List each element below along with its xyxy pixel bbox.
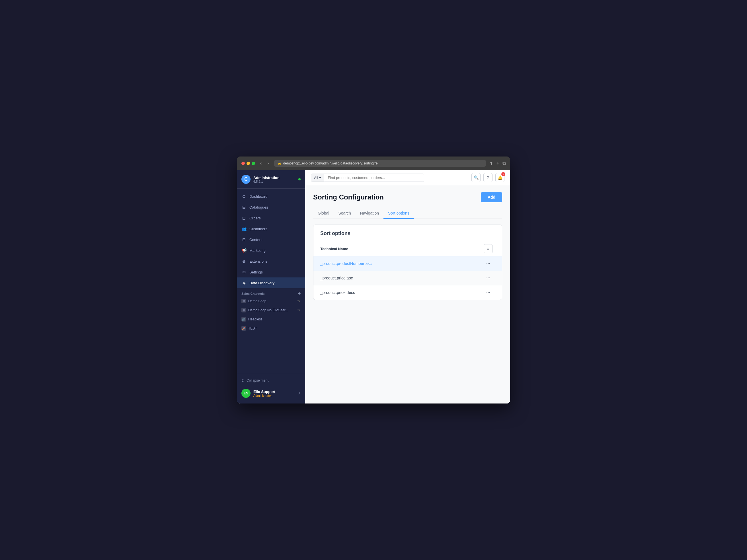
sort-option-name: _product.price:desc [320,290,481,295]
row-menu-button[interactable]: ··· [484,289,492,296]
sales-channel-label: Demo Shop [248,299,295,303]
sidebar-item-label: Settings [249,270,263,274]
sidebar-item-label: Dashboard [249,194,267,198]
marketing-icon: 📢 [241,248,247,253]
sidebar-item-settings[interactable]: ⚙ Settings [237,267,305,277]
card-header: Sort options [313,225,502,241]
back-button[interactable]: ‹ [258,160,263,166]
browser-window: ‹ › 🔒 demoshop1.elio-dev.com/admin#/elio… [237,157,510,403]
traffic-lights [241,162,255,165]
search-icon: 🔍 [474,175,479,180]
row-actions: ··· [481,274,495,282]
filter-dropdown[interactable]: All ▾ [311,174,324,182]
sort-option-link[interactable]: _product.productNumber:asc [320,261,481,266]
sidebar-brand: C Administration 6.5.2.1 [241,175,280,184]
card-title: Sort options [320,231,495,237]
sidebar-item-extensions[interactable]: ⊕ Extensions [237,256,305,267]
sidebar-item-demo-shop-no-elio[interactable]: ⊞ Demo Shop No ElioSear... 👁 [237,305,305,315]
brand-info: Administration 6.5.2.1 [253,176,280,183]
row-actions: ··· [481,289,495,296]
sort-table: Technical Name ≡ _product.productNumber:… [313,241,502,300]
forward-button[interactable]: › [266,160,271,166]
customers-icon: 👥 [241,226,247,231]
bell-icon: 🔔 [498,175,503,180]
sidebar-item-customers[interactable]: 👥 Customers [237,223,305,234]
user-name: Elio Support [253,390,275,394]
user-info: Elio Support Administrator [253,390,275,397]
sidebar-item-orders[interactable]: ◻ Orders [237,213,305,223]
tab-search[interactable]: Search [334,208,355,219]
maximize-button[interactable] [252,162,255,165]
new-tab-icon[interactable]: + [496,161,499,166]
online-status-indicator [298,178,301,180]
sidebar-nav: ⊙ Dashboard ⊞ Catalogues ◻ Orders 👥 Cust… [237,189,305,373]
help-button[interactable]: ? [483,173,492,182]
sales-channels-section-title: Sales Channels ⊕ [237,288,305,296]
sales-channel-label: Headless [248,317,301,321]
share-icon[interactable]: ⬆ [489,161,493,166]
headless-icon: 🛒 [241,317,246,322]
top-bar: All ▾ 🔍 ? 🔔 1 [305,170,510,185]
eye-icon[interactable]: 👁 [297,299,301,303]
sort-options-card: Sort options Technical Name ≡ [313,224,502,300]
column-actions-header: ≡ [481,244,495,253]
add-button[interactable]: Add [481,192,502,202]
content-icon: ⊟ [241,237,247,242]
search-button[interactable]: 🔍 [471,173,481,182]
list-view-button[interactable]: ≡ [484,244,493,253]
dashboard-icon: ⊙ [241,194,247,199]
brand-logo: C [241,175,251,184]
sidebar-item-marketing[interactable]: 📢 Marketing [237,245,305,256]
tech-name-column-header: Technical Name [320,247,481,251]
collapse-menu-label: Collapse menu [247,378,269,382]
chevron-down-icon: ▾ [319,176,321,180]
app-container: C Administration 6.5.2.1 ⊙ Dashboard ⊞ C… [237,170,510,403]
row-actions: ··· [481,260,495,267]
notification-badge: 1 [501,172,505,176]
sidebar-item-label: Catalogues [249,205,268,209]
sidebar-item-catalogues[interactable]: ⊞ Catalogues [237,202,305,213]
row-menu-button[interactable]: ··· [484,260,492,267]
tab-global[interactable]: Global [313,208,334,219]
sidebar: C Administration 6.5.2.1 ⊙ Dashboard ⊞ C… [237,170,305,403]
browser-chrome: ‹ › 🔒 demoshop1.elio-dev.com/admin#/elio… [237,157,510,170]
url-text: demoshop1.elio-dev.com/admin#/elio/data/… [283,161,381,165]
sort-option-name: _product.price:asc [320,276,481,280]
add-sales-channel-icon[interactable]: ⊕ [298,292,301,295]
table-row: _product.price:asc ··· [313,271,502,286]
user-profile[interactable]: ES Elio Support Administrator ∧ [237,385,305,401]
sidebar-item-data-discovery[interactable]: ◈ Data Discovery [237,277,305,288]
sidebar-item-label: Extensions [249,259,267,264]
user-avatar: ES [241,389,251,398]
tab-sort-options[interactable]: Sort options [384,208,414,219]
sales-channel-label: Demo Shop No ElioSear... [248,308,295,312]
sidebar-item-demo-shop[interactable]: ⊞ Demo Shop 👁 [237,296,305,305]
sidebar-item-dashboard[interactable]: ⊙ Dashboard [237,191,305,202]
eye-icon[interactable]: 👁 [297,308,301,312]
user-role: Administrator [253,394,275,397]
search-input[interactable] [324,174,424,182]
tabs-icon[interactable]: ⧉ [503,161,506,166]
row-menu-button[interactable]: ··· [484,274,492,282]
extensions-icon: ⊕ [241,259,247,264]
sidebar-item-test[interactable]: 🚀 TEST [237,324,305,333]
table-header-row: Technical Name ≡ [313,241,502,257]
sidebar-item-headless[interactable]: 🛒 Headless [237,315,305,324]
test-icon: 🚀 [241,326,246,331]
collapse-icon: ⊙ [241,378,244,382]
page-content: Sorting Configuration Add Global Search … [305,185,510,403]
data-discovery-icon: ◈ [241,280,247,286]
catalogues-icon: ⊞ [241,205,247,210]
notifications-button[interactable]: 🔔 1 [495,173,505,182]
collapse-menu-button[interactable]: ⊙ Collapse menu [237,376,305,385]
address-bar[interactable]: 🔒 demoshop1.elio-dev.com/admin#/elio/dat… [274,160,486,167]
browser-controls: ‹ › [258,160,271,166]
help-icon: ? [487,176,489,180]
minimize-button[interactable] [247,162,250,165]
table-row: _product.price:desc ··· [313,286,502,300]
sidebar-item-content[interactable]: ⊟ Content [237,234,305,245]
orders-icon: ◻ [241,215,247,220]
list-icon: ≡ [487,247,489,251]
tab-navigation[interactable]: Navigation [356,208,384,219]
close-button[interactable] [241,162,245,165]
